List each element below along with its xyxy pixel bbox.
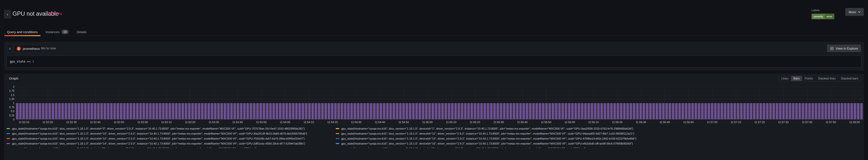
x-axis-tick-label: 11:53:40: [232, 121, 243, 124]
firing-status-label: Firing: [54, 12, 62, 15]
legend-item[interactable]: gpu_state{Hostname="sysqa-ins-b16", bios…: [6, 142, 336, 145]
alert-detail-page: ‹ GPU not available Firing Labels severi…: [0, 0, 868, 160]
status-badge: Firing: [50, 12, 62, 15]
legend-label: gpu_state{Hostname="sysqa-ins-b16", bios…: [341, 147, 586, 148]
gridline-horizontal: [16, 91, 863, 91]
view-in-explore-label: View in Explore: [836, 47, 858, 50]
label-tag-value: error: [825, 14, 834, 19]
legend-marker-icon: [6, 128, 10, 129]
gridline-horizontal: [16, 87, 863, 87]
tab-query-and-conditions[interactable]: Query and conditions: [4, 28, 40, 36]
x-axis-tick-label: 11:54:40: [375, 121, 385, 124]
y-axis-tick-label: 0.25: [4, 114, 14, 117]
x-axis-tick-label: 11:58:00: [849, 121, 860, 124]
y-axis-tick-label: 1.75: [4, 89, 14, 92]
tab-details[interactable]: Details: [74, 28, 89, 36]
time-range-label: 6m to now: [41, 45, 56, 52]
gridline-vertical: [24, 87, 24, 119]
legend-marker-icon: [336, 128, 339, 129]
legend-label: gpu_state{Hostname="sysqa-ins-b16", bios…: [12, 142, 305, 145]
expr-value: 1: [32, 60, 34, 63]
gridline-vertical: [285, 87, 285, 119]
legend-item[interactable]: gpu_state{Hostname="sysqa-ins-b16", bios…: [6, 137, 336, 140]
gridline-vertical: [475, 87, 475, 119]
x-axis-tick-label: 11:52:50: [114, 121, 124, 124]
compass-icon: [830, 47, 834, 50]
legend-label: gpu_state{Hostname="sysqa-ins-b16", bios…: [341, 137, 637, 140]
tab-instances[interactable]: Instances 16: [43, 28, 71, 36]
x-axis-tick-label: 11:57:30: [778, 121, 788, 124]
gridline-horizontal: [16, 115, 863, 116]
x-axis-tick-label: 11:54:50: [398, 121, 409, 124]
y-axis-tick-label: 0: [4, 118, 14, 121]
x-axis-tick-label: 11:56:10: [588, 121, 599, 124]
query-expression: gpu_state==1: [10, 60, 34, 63]
x-axis-tick-label: 11:54:00: [280, 121, 290, 124]
y-axis-tick-label: 2: [4, 85, 14, 88]
legend-label: gpu_state{Hostname="sysqa-ins-b16", bios…: [12, 137, 305, 140]
gridline-horizontal: [16, 95, 863, 95]
gridline-vertical: [760, 87, 760, 119]
y-axis-tick-label: 1: [4, 102, 14, 105]
expr-metric: gpu_state: [10, 60, 25, 63]
x-axis-tick-label: 11:54:20: [327, 121, 338, 124]
view-in-explore-button[interactable]: View in Explore: [827, 45, 861, 52]
more-button[interactable]: More: [845, 8, 864, 16]
x-axis-tick-label: 11:57:40: [802, 121, 812, 124]
x-axis-tick-label: 11:56:20: [612, 121, 622, 124]
legend-item[interactable]: gpu_state{Hostname="sysqa-ins-b16", bios…: [6, 127, 336, 130]
back-button[interactable]: ‹: [4, 10, 11, 18]
legend-marker-icon: [336, 143, 339, 144]
x-axis-tick-label: 11:53:00: [137, 121, 148, 124]
legend-marker-icon: [6, 143, 10, 144]
legend-item[interactable]: gpu_state{Hostname="sysqa-ins-b16", bios…: [6, 132, 336, 135]
legend: gpu_state{Hostname="sysqa-ins-b16", bios…: [6, 126, 858, 148]
gridline-horizontal: [16, 99, 863, 99]
gridline-vertical: [641, 87, 641, 119]
legend-item[interactable]: gpu_state{Hostname="sysqa-ins-b16", bios…: [6, 147, 336, 148]
tabs-divider: [4, 36, 864, 36]
x-axis-tick-label: 11:52:10: [19, 121, 29, 124]
x-axis-tick-label: 11:56:30: [636, 121, 646, 124]
x-axis-tick-label: 11:53:50: [256, 121, 267, 124]
legend-item[interactable]: gpu_state{Hostname="sysqa-ins-b16", bios…: [336, 137, 858, 140]
chevron-left-icon: ‹: [7, 12, 8, 16]
x-axis-tick-label: 11:54:10: [304, 121, 314, 124]
gridline-vertical: [451, 87, 452, 119]
x-axis-tick-label: 11:55:50: [541, 121, 551, 124]
gridline-vertical: [238, 87, 238, 119]
tab-bar: Query and conditions Instances 16 Detail…: [4, 28, 92, 36]
datasource-button[interactable]: prometheus: [14, 45, 43, 52]
gridline-vertical: [427, 87, 428, 119]
graph-panel: Graph LinesBarsPointsStacked linesStacke…: [4, 74, 864, 160]
y-axis-tick-label: 0.5: [4, 110, 14, 113]
legend-item[interactable]: gpu_state{Hostname="sysqa-ins-b16", bios…: [336, 147, 858, 148]
legend-label: gpu_state{Hostname="sysqa-ins-b16", bios…: [341, 127, 633, 130]
gridline-vertical: [855, 87, 855, 119]
query-editor[interactable]: gpu_state==1: [6, 55, 862, 68]
gridline-vertical: [95, 87, 95, 119]
legend-item[interactable]: gpu_state{Hostname="sysqa-ins-b16", bios…: [336, 127, 858, 130]
legend-item[interactable]: gpu_state{Hostname="sysqa-ins-b16", bios…: [336, 132, 858, 135]
gridline-horizontal: [16, 103, 863, 104]
legend-marker-icon: [6, 133, 10, 134]
prometheus-icon: [17, 47, 21, 51]
x-axis-tick-label: 11:53:30: [209, 121, 219, 124]
legend-label: gpu_state{Hostname="sysqa-ins-b16", bios…: [341, 132, 634, 135]
labels-heading: Labels: [811, 9, 819, 12]
x-axis-tick-label: 11:52:40: [90, 121, 100, 124]
legend-item[interactable]: gpu_state{Hostname="sysqa-ins-b16", bios…: [336, 142, 858, 145]
y-axis-tick-label: 1.25: [4, 97, 14, 101]
gridline-vertical: [190, 87, 190, 119]
legend-marker-icon: [336, 133, 339, 134]
legend-label: gpu_state{Hostname="sysqa-ins-b16", bios…: [341, 142, 633, 145]
label-tag[interactable]: severity error: [811, 14, 834, 19]
x-axis-tick-label: 11:56:00: [564, 121, 575, 124]
gridline-vertical: [736, 87, 736, 119]
legend-marker-icon: [336, 138, 339, 139]
gridline-horizontal: [16, 119, 863, 120]
legend-marker-icon: [6, 138, 10, 139]
tab-label: Query and conditions: [7, 30, 38, 34]
x-axis-tick-label: 11:56:40: [659, 121, 670, 124]
legend-label: gpu_state{Hostname="sysqa-ins-b16", bios…: [12, 147, 256, 148]
